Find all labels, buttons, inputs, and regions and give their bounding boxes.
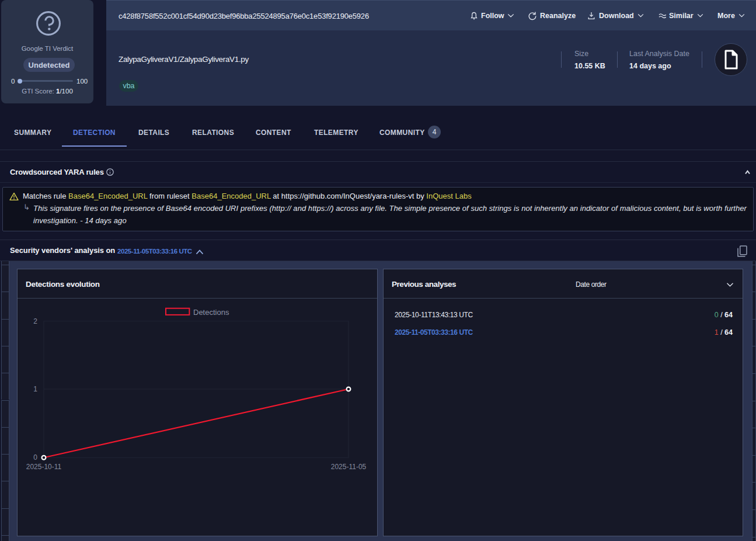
svg-text:0: 0 xyxy=(33,453,37,462)
svg-text:2: 2 xyxy=(33,317,37,325)
svg-text:2025-10-11: 2025-10-11 xyxy=(26,463,62,471)
svg-text:1: 1 xyxy=(33,385,37,393)
svg-text:2025-11-05: 2025-11-05 xyxy=(331,463,367,471)
svg-text:Detections: Detections xyxy=(193,308,229,317)
